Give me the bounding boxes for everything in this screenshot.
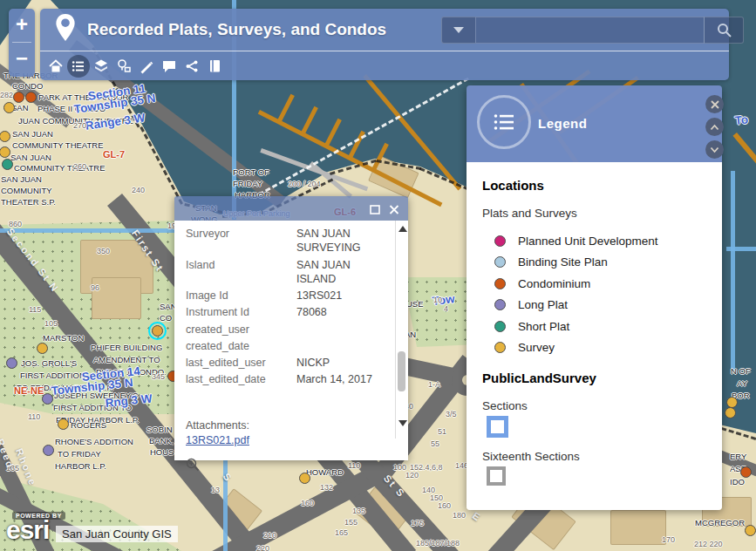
map-label: CONDO	[12, 82, 43, 91]
legend-title: Legend	[538, 116, 587, 131]
legend-icon	[477, 95, 531, 149]
legend-item-label: Short Plat	[518, 320, 569, 333]
map-label: NE-NE	[14, 386, 44, 396]
map-label: PORT OF	[233, 168, 269, 177]
map-label: 165	[335, 529, 348, 537]
field-label: created_user	[186, 323, 296, 337]
map-label: 282	[0, 92, 13, 99]
bookmarks-button[interactable]	[203, 55, 226, 78]
map-marker[interactable]	[43, 445, 54, 456]
attachments-label: Attachments:	[186, 419, 249, 432]
map-label: 3/5	[446, 411, 457, 418]
zoom-out-button[interactable]: −	[9, 43, 35, 76]
comment-icon	[161, 58, 177, 74]
map-marker-selected[interactable]	[152, 325, 163, 337]
map-label: AY	[737, 379, 747, 388]
layers-button[interactable]	[90, 55, 112, 78]
popup-field-row: IslandSAN JUAN ISLAND	[186, 258, 385, 287]
map-marker[interactable]	[37, 343, 48, 354]
field-label: Instrument Id	[186, 305, 296, 319]
map-marker[interactable]	[725, 407, 736, 418]
map-label: JOS. GROLL'S	[21, 359, 77, 368]
chevron-down-icon[interactable]	[705, 140, 724, 159]
chevron-up-icon[interactable]	[705, 118, 724, 136]
legend-item-label: Survey	[518, 341, 555, 354]
feature-popup: SurveyorSAN JUAN SURVEYINGIslandSAN JUAN…	[174, 196, 408, 460]
sixteenth-swatch-icon	[487, 466, 506, 486]
map-label: 115	[29, 306, 41, 314]
popup-field-row: last_edited_userNICKP	[186, 356, 385, 370]
map-marker[interactable]	[58, 418, 69, 430]
popup-content: SurveyorSAN JUAN SURVEYINGIslandSAN JUAN…	[174, 221, 408, 460]
attachment-link[interactable]: 13RS021.pdf	[186, 434, 249, 446]
map-marker[interactable]	[6, 357, 17, 369]
map-label: PHIFER BUILDING	[91, 344, 162, 352]
field-label: last_edited_date	[186, 372, 296, 386]
map-marker[interactable]	[745, 525, 756, 536]
map-marker[interactable]	[13, 92, 24, 103]
dock	[301, 106, 318, 135]
search-input[interactable]	[475, 17, 705, 44]
dock	[324, 119, 342, 147]
legend-header[interactable]: Legend	[467, 85, 722, 162]
map-marker[interactable]	[3, 102, 15, 113]
map-marker[interactable]	[299, 473, 310, 484]
map-label: CO	[160, 314, 172, 323]
map-label: 260	[73, 163, 86, 171]
popup-field-row: created_date	[186, 339, 385, 353]
field-label: Image Id	[186, 289, 296, 303]
draw-button[interactable]	[135, 55, 158, 78]
map-label: SOBIN	[146, 425, 173, 434]
zoom-in-button[interactable]: +	[9, 9, 35, 42]
field-label: created_date	[186, 339, 296, 353]
measure-pin-icon	[116, 58, 132, 74]
field-value: 78068	[296, 305, 385, 319]
legend-button[interactable]	[67, 55, 90, 78]
scroll-thumb[interactable]	[398, 351, 405, 391]
legend-item: Planned Unit Development	[482, 230, 722, 252]
map-marker[interactable]	[42, 393, 53, 405]
measure-button[interactable]	[112, 55, 135, 78]
map-marker[interactable]	[740, 466, 752, 478]
legend-item: Long Plat	[482, 295, 722, 316]
scroll-up-icon[interactable]	[398, 226, 407, 232]
popup-scrollbar[interactable]	[395, 221, 408, 439]
sixteenth-sections-label: Sixteenth Sections	[482, 450, 722, 463]
legend-list-icon	[71, 58, 86, 74]
section-line	[0, 228, 185, 233]
legend-swatch-icon	[494, 342, 506, 353]
map-label: 160	[438, 502, 451, 510]
map-marker[interactable]	[25, 92, 37, 103]
legend-item: Survey	[482, 337, 722, 359]
pencil-icon	[139, 58, 154, 74]
scroll-down-icon[interactable]	[398, 420, 407, 426]
popup-attribute-table: SurveyorSAN JUAN SURVEYINGIslandSAN JUAN…	[186, 227, 385, 390]
search-button[interactable]	[705, 17, 744, 44]
map-label: 270	[73, 122, 86, 130]
map-label: MARSTON	[43, 334, 84, 343]
zoom-to-icon[interactable]	[186, 458, 200, 475]
maximize-icon[interactable]	[370, 202, 380, 218]
legend-section-heading: Locations	[482, 178, 722, 193]
share-icon	[184, 58, 200, 74]
map-marker[interactable]	[2, 159, 13, 170]
book-icon	[207, 58, 222, 74]
search-dropdown-button[interactable]	[441, 17, 475, 44]
map-label: 210	[263, 532, 276, 540]
comment-button[interactable]	[158, 55, 180, 78]
map-label: RHONE'S ADDITION	[55, 438, 133, 446]
map-marker[interactable]	[726, 397, 738, 408]
popup-field-row: last_edited_dateMarch 14, 2017	[186, 372, 385, 386]
map-label: 180	[453, 512, 466, 520]
share-button[interactable]	[180, 55, 203, 78]
map-label: 105	[44, 320, 58, 328]
map-label: 120	[405, 472, 419, 480]
map-label: USE	[406, 300, 424, 309]
popup-titlebar[interactable]	[174, 196, 408, 221]
field-value: NICKP	[296, 356, 385, 370]
map-label: IDO	[730, 478, 745, 486]
home-button[interactable]	[44, 55, 67, 78]
close-icon[interactable]	[389, 202, 399, 218]
search-icon	[716, 22, 732, 38]
close-icon[interactable]	[705, 95, 724, 113]
